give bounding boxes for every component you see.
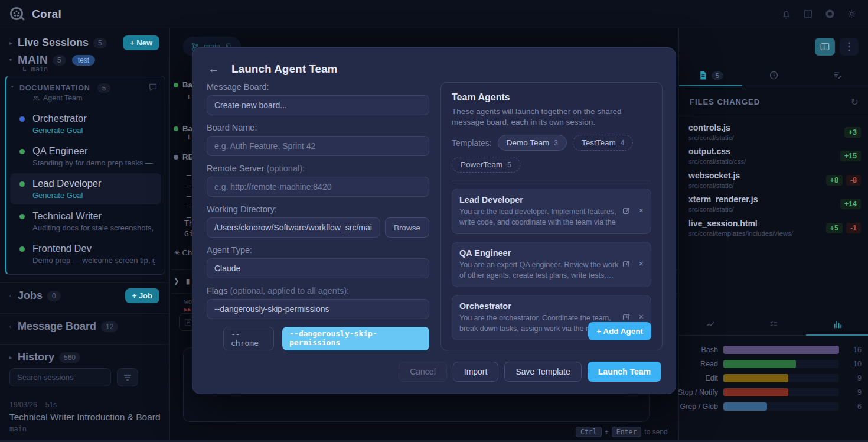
- file-row[interactable]: controls.js src/coral/static/ +3: [688, 123, 861, 141]
- import-button[interactable]: Import: [453, 362, 499, 382]
- agent-status: Standing by for demo prep tasks — se: [32, 158, 155, 167]
- working-directory-input[interactable]: [207, 217, 380, 238]
- chart-category-label: Bash: [679, 346, 718, 354]
- add-agent-button[interactable]: + Add Agent: [588, 322, 651, 340]
- history-clock-icon: [769, 70, 779, 80]
- sidebar-agent-technical-writer[interactable]: Technical Writer Auditing docs for stale…: [10, 206, 161, 237]
- more-options-button[interactable]: [840, 38, 859, 56]
- split-view-button[interactable]: [815, 38, 835, 56]
- agent-card-description: You are an expert QA engineer. Review th…: [459, 260, 619, 281]
- new-job-button[interactable]: + Job: [125, 288, 159, 303]
- filter-button[interactable]: [117, 368, 138, 386]
- sidebar-item-history[interactable]: ▸ History 560: [0, 351, 169, 363]
- history-entry[interactable]: 19/03/26 51s Technical Writer Introducti…: [9, 401, 163, 433]
- save-template-button[interactable]: Save Template: [504, 362, 581, 382]
- live-sessions-label: Live Sessions: [18, 37, 89, 49]
- refresh-icon[interactable]: ↻: [851, 96, 859, 108]
- agent-status[interactable]: Generate Goal: [32, 191, 155, 200]
- sidebar-agent-orchestrator[interactable]: Orchestrator Generate Goal: [10, 108, 161, 139]
- divider: [0, 344, 170, 344]
- chart-bar: [723, 374, 788, 382]
- bottom-scrollbar[interactable]: [0, 440, 868, 442]
- edit-icon[interactable]: [622, 313, 631, 321]
- github-icon[interactable]: [824, 8, 836, 20]
- file-row[interactable]: output.css src/coral/static/css/ +15: [688, 147, 861, 165]
- sidebar-agent-frontend-dev[interactable]: Frontend Dev Demo prep — welcome screen …: [10, 238, 161, 269]
- file-row[interactable]: xterm_renderer.js src/coral/static/ +14: [688, 194, 861, 213]
- file-row[interactable]: live_session.html src/coral/templates/in…: [688, 219, 861, 237]
- agent-card-name: Orchestrator: [459, 301, 644, 311]
- chart-category-label: Stop / Notify: [670, 388, 718, 396]
- sidebar-item-jobs[interactable]: ‹ Jobs 0 + Job: [0, 288, 169, 303]
- ctrl-key: Ctrl: [576, 427, 602, 437]
- history-duration: 51s: [45, 401, 57, 409]
- template-demo-team[interactable]: Demo Team 3: [498, 135, 567, 151]
- people-icon: [32, 95, 40, 102]
- flag-chip-dangerously-skip-permissions[interactable]: --dangerously-skip-permissions: [282, 327, 429, 350]
- chart-row: Grep / Glob 6: [679, 399, 868, 414]
- notifications-bell-icon[interactable]: [781, 8, 792, 20]
- sidebar-item-live-sessions[interactable]: ▸ Live Sessions 5 + New: [0, 35, 169, 50]
- tab-todos[interactable]: [742, 314, 805, 335]
- panels-book-icon[interactable]: [802, 8, 814, 20]
- remote-server-label: Remote Server: [207, 164, 265, 173]
- new-session-button[interactable]: + New: [123, 35, 159, 50]
- tab-activity-graph[interactable]: [679, 314, 742, 335]
- divider: [679, 116, 868, 116]
- send-hint: Ctrl + Enter to send: [576, 427, 668, 437]
- board-name-input[interactable]: [207, 136, 429, 156]
- tab-files-changed[interactable]: 5: [679, 65, 742, 86]
- tab-notes[interactable]: [806, 65, 868, 86]
- file-path: src/coral/static/: [688, 206, 758, 213]
- tab-tool-usage[interactable]: [806, 314, 868, 335]
- template-test-team[interactable]: TestTeam 4: [573, 135, 633, 151]
- edit-icon[interactable]: [622, 259, 631, 268]
- agent-card-description: You are the lead developer. Implement fe…: [459, 207, 619, 228]
- flag-chip-chrome[interactable]: --chrome: [223, 327, 274, 350]
- browse-button[interactable]: Browse: [385, 217, 429, 238]
- remove-agent-icon[interactable]: ×: [639, 259, 644, 268]
- agent-name: Frontend Dev: [32, 243, 155, 254]
- flags-input[interactable]: [207, 299, 429, 319]
- agent-card-lead-developer[interactable]: Lead Developer You are the lead develope…: [452, 188, 651, 234]
- settings-gear-icon[interactable]: [846, 8, 857, 20]
- agent-status[interactable]: Generate Goal: [32, 126, 155, 135]
- team-count: 5: [97, 83, 110, 93]
- team-agents-title: Team Agents: [452, 92, 651, 103]
- message-board-select[interactable]: [207, 95, 429, 115]
- team-header[interactable]: ▾ DOCUMENTATION 5 Agent Team: [6, 76, 165, 102]
- list-dash: –: [187, 170, 191, 179]
- remove-agent-icon[interactable]: ×: [639, 206, 644, 215]
- chat-bubble-icon[interactable]: [148, 82, 158, 92]
- agent-name: QA Engineer: [32, 145, 155, 157]
- tab-history[interactable]: [742, 65, 805, 86]
- edit-icon[interactable]: [622, 206, 631, 215]
- chevron-down-icon: ▾: [11, 84, 19, 89]
- chart-category-label: Grep / Glob: [670, 402, 718, 411]
- sidebar-item-message-board[interactable]: ‹ Message Board 12: [0, 320, 169, 333]
- file-name: websocket.js: [688, 171, 740, 180]
- group-count: 5: [53, 55, 66, 66]
- kebab-menu-icon: [848, 42, 850, 51]
- agent-status: Auditing docs for stale screenshots, C: [32, 223, 155, 232]
- checklist-icon: [769, 320, 779, 330]
- launch-team-button[interactable]: Launch Team: [588, 362, 661, 382]
- divider: [452, 181, 651, 181]
- history-label: History: [18, 351, 54, 363]
- chart-track: [723, 374, 839, 382]
- file-row[interactable]: websocket.js src/coral/static/ +8-8: [688, 171, 861, 189]
- agent-card-qa-engineer[interactable]: QA Engineer You are an expert QA enginee…: [452, 242, 651, 287]
- template-power-team[interactable]: PowerTeam 5: [452, 157, 520, 173]
- search-sessions-input[interactable]: [9, 368, 111, 386]
- sidebar-agent-lead-developer[interactable]: Lead Developer Generate Goal: [10, 173, 161, 204]
- back-arrow-icon[interactable]: ←: [208, 62, 220, 76]
- agent-status-dot: [19, 214, 25, 219]
- sidebar-agent-qa-engineer[interactable]: QA Engineer Standing by for demo prep ta…: [10, 141, 161, 172]
- template-name: TestTeam: [582, 138, 616, 147]
- chart-bar: [723, 402, 767, 411]
- cancel-button[interactable]: Cancel: [399, 362, 447, 382]
- chart-value: 10: [839, 360, 862, 368]
- agent-type-select[interactable]: [207, 258, 429, 278]
- remove-agent-icon[interactable]: ×: [639, 312, 644, 321]
- remote-server-input[interactable]: [207, 177, 429, 197]
